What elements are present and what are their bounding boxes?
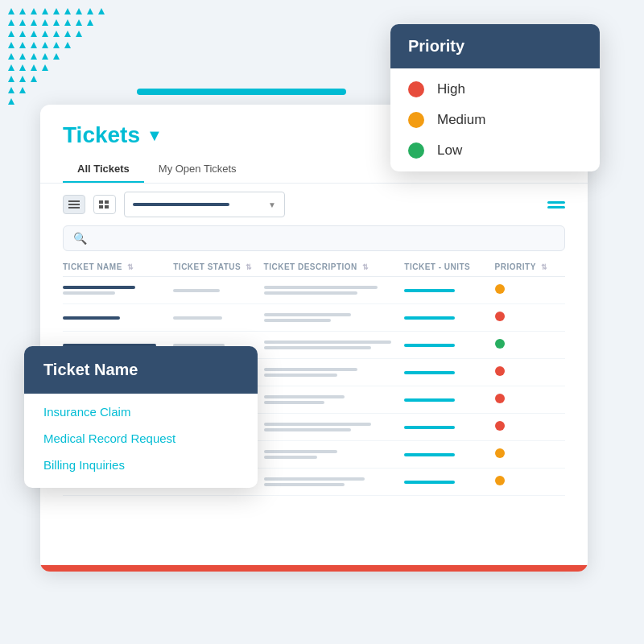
cell-ticket-units bbox=[404, 304, 494, 332]
tickets-title-dropdown-icon[interactable]: ▼ bbox=[147, 126, 163, 145]
col-header-ticket-status: TICKET STATUS ⇅ bbox=[173, 258, 263, 277]
cell-ticket-units bbox=[404, 332, 494, 359]
search-icon: 🔍 bbox=[73, 232, 87, 245]
cell-priority bbox=[495, 386, 565, 414]
sort-icon-status[interactable]: ⇅ bbox=[246, 263, 253, 271]
cell-ticket-name bbox=[63, 277, 173, 304]
ticket-name-item-medical[interactable]: Medical Record Request bbox=[43, 431, 238, 445]
col-header-priority: PRIORITY ⇅ bbox=[495, 258, 565, 277]
cell-ticket-units bbox=[404, 277, 494, 304]
filter-dropdown[interactable]: ▼ bbox=[124, 192, 285, 217]
cell-ticket-status bbox=[173, 304, 263, 332]
cell-ticket-description bbox=[264, 304, 405, 332]
cell-ticket-description bbox=[264, 332, 405, 359]
cell-ticket-description bbox=[264, 414, 405, 441]
table-row[interactable] bbox=[63, 304, 565, 332]
sort-icon-desc[interactable]: ⇅ bbox=[362, 263, 369, 271]
svg-rect-2 bbox=[68, 204, 80, 205]
col-header-ticket-description: TICKET DESCRIPTION ⇅ bbox=[264, 258, 405, 277]
col-header-ticket-name: TICKET NAME ⇅ bbox=[63, 258, 173, 277]
priority-medium-dot bbox=[408, 112, 424, 128]
ticket-name-item-insurance[interactable]: Insurance Claim bbox=[43, 405, 238, 419]
search-bar[interactable]: 🔍 bbox=[63, 225, 565, 251]
priority-item-high[interactable]: High bbox=[408, 81, 582, 97]
tab-all-tickets[interactable]: All Tickets bbox=[63, 156, 144, 183]
svg-rect-1 bbox=[68, 200, 80, 202]
svg-rect-7 bbox=[105, 205, 109, 208]
svg-marker-0 bbox=[0, 0, 6, 6]
priority-high-label: High bbox=[437, 81, 465, 97]
dropdown-arrow: ▼ bbox=[268, 200, 276, 209]
ticket-name-popup-header: Ticket Name bbox=[24, 346, 258, 394]
tab-my-open-tickets[interactable]: My Open Tickets bbox=[144, 156, 251, 183]
priority-high-dot bbox=[408, 81, 424, 97]
priority-low-dot bbox=[408, 142, 424, 159]
orange-bottom-bar bbox=[40, 565, 588, 572]
priority-medium-label: Medium bbox=[437, 112, 485, 128]
cyan-accent-bar bbox=[137, 89, 346, 95]
sort-icon-priority[interactable]: ⇅ bbox=[541, 263, 548, 271]
list-view-icon bbox=[68, 200, 80, 208]
table-row[interactable] bbox=[63, 277, 565, 304]
col-header-ticket-units: TICKET - UNITS bbox=[404, 258, 494, 277]
cell-ticket-units bbox=[404, 359, 494, 386]
cell-ticket-name bbox=[63, 304, 173, 332]
grid-view-icon bbox=[99, 200, 110, 208]
tickets-toolbar: ▼ bbox=[40, 184, 588, 225]
tickets-title: Tickets bbox=[63, 122, 140, 148]
cell-ticket-description bbox=[264, 277, 405, 304]
cell-ticket-description bbox=[264, 469, 405, 496]
cell-ticket-description bbox=[264, 441, 405, 469]
cell-ticket-units bbox=[404, 441, 494, 469]
cell-ticket-units bbox=[404, 414, 494, 441]
filter-line-2 bbox=[547, 206, 565, 208]
priority-item-low[interactable]: Low bbox=[408, 142, 582, 159]
cell-priority bbox=[495, 414, 565, 441]
priority-item-medium[interactable]: Medium bbox=[408, 112, 582, 128]
tickets-panel: Tickets ▼ All Tickets My Open Tickets + … bbox=[40, 105, 588, 572]
cell-ticket-description bbox=[264, 359, 405, 386]
svg-rect-5 bbox=[105, 200, 109, 204]
list-view-button[interactable] bbox=[63, 195, 85, 214]
ticket-name-popup: Ticket Name Insurance Claim Medical Reco… bbox=[24, 346, 258, 488]
cell-ticket-description bbox=[264, 386, 405, 414]
grid-view-button[interactable] bbox=[93, 195, 116, 214]
svg-rect-6 bbox=[99, 205, 103, 208]
cell-priority bbox=[495, 332, 565, 359]
priority-popup: Priority High Medium Low bbox=[390, 24, 600, 171]
svg-rect-3 bbox=[68, 207, 80, 208]
dropdown-bar bbox=[133, 203, 229, 206]
priority-popup-header: Priority bbox=[390, 24, 600, 68]
svg-rect-4 bbox=[99, 200, 103, 204]
filter-line-1 bbox=[547, 201, 565, 204]
cell-priority bbox=[495, 469, 565, 496]
cell-priority bbox=[495, 277, 565, 304]
cell-priority bbox=[495, 441, 565, 469]
cell-ticket-units bbox=[404, 469, 494, 496]
sort-icon-name[interactable]: ⇅ bbox=[127, 263, 134, 271]
ticket-name-item-billing[interactable]: Billing Inquiries bbox=[43, 458, 238, 472]
priority-popup-body: High Medium Low bbox=[390, 68, 600, 171]
cell-ticket-status bbox=[173, 277, 263, 304]
cell-priority bbox=[495, 304, 565, 332]
cell-ticket-units bbox=[404, 386, 494, 414]
ticket-name-popup-body: Insurance Claim Medical Record Request B… bbox=[24, 394, 258, 488]
priority-low-label: Low bbox=[437, 142, 462, 159]
filter-lines bbox=[547, 201, 565, 208]
cell-priority bbox=[495, 359, 565, 386]
